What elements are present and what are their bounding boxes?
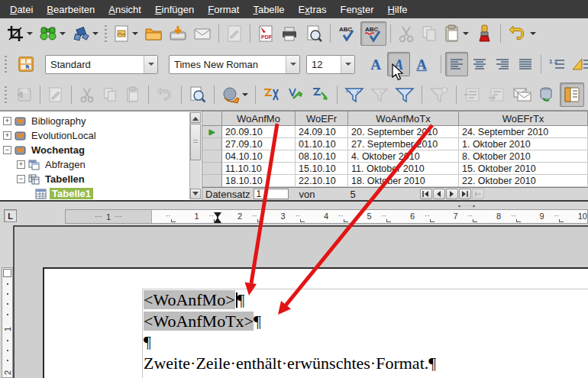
save-record-button[interactable] bbox=[13, 82, 36, 107]
gallery-button[interactable] bbox=[69, 21, 102, 46]
expand-icon[interactable]: + bbox=[3, 131, 11, 140]
next-record-button[interactable] bbox=[446, 189, 458, 199]
merge-field-woanfmo[interactable]: <WoAnfMo> bbox=[144, 290, 235, 309]
justify-button[interactable] bbox=[514, 52, 537, 76]
scroll-down-button[interactable] bbox=[190, 189, 201, 199]
align-center-button[interactable] bbox=[468, 52, 491, 76]
document-text[interactable]: <WoAnfMo>¶ <WoAnfMoTx>¶ ¶ Zweite·Zeile·e… bbox=[144, 289, 436, 373]
open-button[interactable] bbox=[141, 21, 166, 46]
ordered-list-button[interactable]: 1 2 bbox=[545, 52, 568, 76]
data-to-text-button[interactable] bbox=[460, 82, 485, 107]
paragraph-style-combobox[interactable]: Standard bbox=[45, 55, 158, 74]
font-name-combobox[interactable]: Times New Roman bbox=[169, 55, 300, 74]
cell[interactable]: 08.10.10 bbox=[296, 150, 348, 163]
table-row[interactable]: 04.10.10 08.10.10 4. Oktober 2010 8. Okt… bbox=[202, 150, 588, 163]
menu-extras[interactable]: Extras bbox=[292, 2, 334, 18]
tree-item-tabellen[interactable]: − Tabellen bbox=[0, 172, 202, 186]
spellcheck-button[interactable]: ABC bbox=[334, 21, 360, 46]
chevron-down-icon[interactable] bbox=[27, 29, 33, 38]
sort-ascending-button[interactable] bbox=[284, 82, 309, 107]
cell[interactable]: 22. Oktober 2010 bbox=[459, 175, 588, 187]
data-source-button[interactable] bbox=[535, 82, 560, 107]
record-number-input[interactable]: 1 bbox=[254, 189, 289, 199]
new-record-button[interactable] bbox=[472, 189, 484, 199]
cut-button[interactable] bbox=[395, 21, 418, 46]
toolbar-drag-handle[interactable] bbox=[5, 86, 7, 103]
menu-format[interactable]: Format bbox=[201, 2, 246, 18]
pane-splitter[interactable]: ▴·····▴ bbox=[0, 200, 588, 208]
cell[interactable]: 24. September 2010 bbox=[459, 126, 588, 138]
merge-field-woanfmotx[interactable]: <WoAnfMoTx> bbox=[144, 312, 254, 331]
save-button[interactable] bbox=[166, 21, 190, 46]
menu-fenster[interactable]: Fenster bbox=[333, 2, 380, 18]
undo-data-button[interactable] bbox=[153, 82, 177, 107]
crop-button[interactable] bbox=[3, 21, 36, 46]
cell[interactable]: 18. Oktober 2010 bbox=[348, 175, 459, 187]
toolbar-drag-handle[interactable] bbox=[5, 56, 7, 73]
table-row[interactable]: 27.09.10 01.10.10 27. September 2010 1. … bbox=[202, 138, 588, 150]
italic-button[interactable]: A bbox=[387, 52, 410, 76]
cell[interactable]: 24.09.10 bbox=[296, 126, 348, 138]
chevron-down-icon[interactable] bbox=[132, 29, 138, 38]
splitter-grip-icon[interactable]: ▴·····▴ bbox=[458, 202, 476, 208]
chevron-down-icon[interactable] bbox=[463, 29, 469, 38]
paragraph-field1[interactable]: <WoAnfMo>¶ bbox=[144, 289, 436, 311]
tree-item-bibliography[interactable]: + Bibliography bbox=[0, 114, 202, 128]
column-header-woanfmotx[interactable]: WoAnfMoTx bbox=[348, 111, 459, 126]
tree-item-evolutionlocal[interactable]: + EvolutionLocal bbox=[0, 128, 202, 143]
paragraph-body[interactable]: Zweite·Zeile·enthält·erwünschtes·Format.… bbox=[144, 353, 436, 374]
last-record-button[interactable] bbox=[459, 189, 471, 199]
cell[interactable]: 20. September 2010 bbox=[348, 126, 459, 138]
grid-corner-cell[interactable] bbox=[202, 111, 222, 126]
collapse-icon[interactable]: − bbox=[17, 175, 25, 183]
column-header-woanfmo[interactable]: WoAnfMo bbox=[222, 111, 296, 126]
auto-spellcheck-button[interactable]: ABC bbox=[360, 21, 386, 46]
copy-button[interactable] bbox=[418, 21, 441, 46]
explorer-toggle-button[interactable] bbox=[560, 82, 584, 107]
expand-icon[interactable]: + bbox=[17, 160, 25, 169]
cell[interactable]: 01.10.10 bbox=[296, 138, 348, 150]
export-pdf-button[interactable]: PDF bbox=[254, 21, 277, 46]
cell[interactable]: 18.10.10 bbox=[222, 175, 296, 187]
document-canvas[interactable]: <WoAnfMo>¶ <WoAnfMoTx>¶ ¶ Zweite·Zeile·e… bbox=[13, 225, 588, 378]
row-header[interactable] bbox=[202, 138, 222, 150]
autofilter-button[interactable] bbox=[341, 82, 367, 107]
styles-button[interactable] bbox=[15, 52, 37, 76]
print-button[interactable] bbox=[277, 21, 302, 46]
vertical-ruler[interactable]: 1 2 bbox=[2, 267, 13, 378]
chevron-down-icon[interactable] bbox=[530, 29, 536, 38]
cell[interactable]: 27.09.10 bbox=[222, 138, 296, 150]
clone-formatting-button[interactable] bbox=[472, 21, 496, 46]
table-row[interactable]: 18.10.10 22.10.10 18. Oktober 2010 22. O… bbox=[202, 175, 588, 187]
row-header[interactable] bbox=[202, 150, 222, 163]
cell[interactable]: 11.10.10 bbox=[222, 163, 296, 175]
sort-descending-button[interactable] bbox=[309, 82, 333, 107]
edit-file-button[interactable] bbox=[223, 21, 246, 46]
chevron-down-icon[interactable] bbox=[242, 90, 248, 99]
mail-merge-button[interactable] bbox=[509, 82, 535, 107]
cell[interactable]: 8. Oktober 2010 bbox=[459, 150, 588, 163]
menu-hilfe[interactable]: Hilfe bbox=[381, 2, 415, 18]
align-left-button[interactable] bbox=[445, 52, 468, 76]
cell[interactable]: 20.09.10 bbox=[222, 126, 296, 138]
row-header[interactable] bbox=[202, 163, 222, 175]
indent-marker-icon[interactable] bbox=[213, 212, 222, 224]
reset-filter-button[interactable] bbox=[426, 82, 452, 107]
column-header-woefr[interactable]: WoEFr bbox=[296, 111, 348, 126]
horizontal-ruler[interactable]: 1 1 2 3 4 5 6 7 8 9 10 bbox=[65, 209, 588, 224]
tree-scrollbar[interactable] bbox=[189, 112, 201, 199]
collapse-icon[interactable]: − bbox=[3, 146, 11, 154]
document-page[interactable]: <WoAnfMo>¶ <WoAnfMoTx>¶ ¶ Zweite·Zeile·e… bbox=[43, 267, 588, 378]
menu-einfuegen[interactable]: Einfügen bbox=[148, 2, 201, 18]
first-record-button[interactable] bbox=[420, 189, 432, 199]
previous-record-button[interactable] bbox=[433, 189, 445, 199]
row-header-current[interactable]: ▶ bbox=[202, 126, 222, 138]
cell[interactable]: 27. September 2010 bbox=[348, 138, 459, 150]
paste-button[interactable] bbox=[121, 82, 144, 107]
edit-data-button[interactable] bbox=[44, 82, 67, 107]
menu-datei[interactable]: Datei bbox=[3, 2, 40, 18]
font-size-combobox[interactable]: 12 bbox=[306, 55, 355, 74]
cell[interactable]: 04.10.10 bbox=[222, 150, 296, 163]
row-header[interactable] bbox=[202, 175, 222, 187]
unordered-list-button[interactable] bbox=[568, 52, 588, 76]
